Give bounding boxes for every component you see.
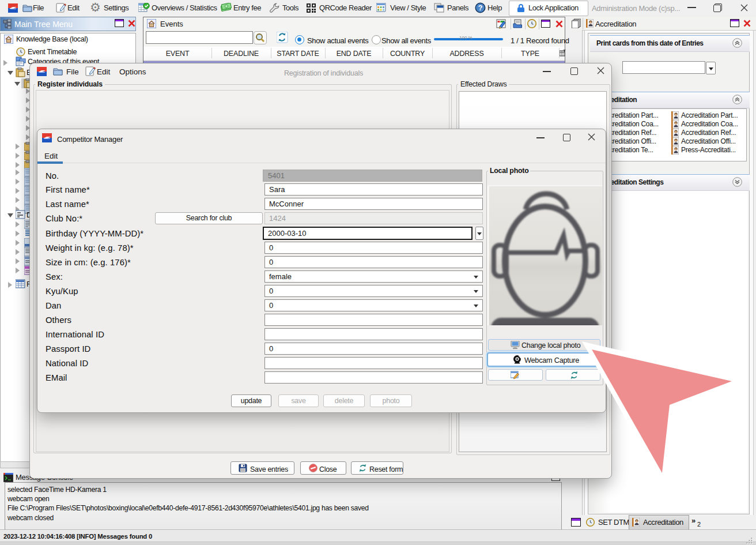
svg-text:?: ? (478, 4, 483, 12)
